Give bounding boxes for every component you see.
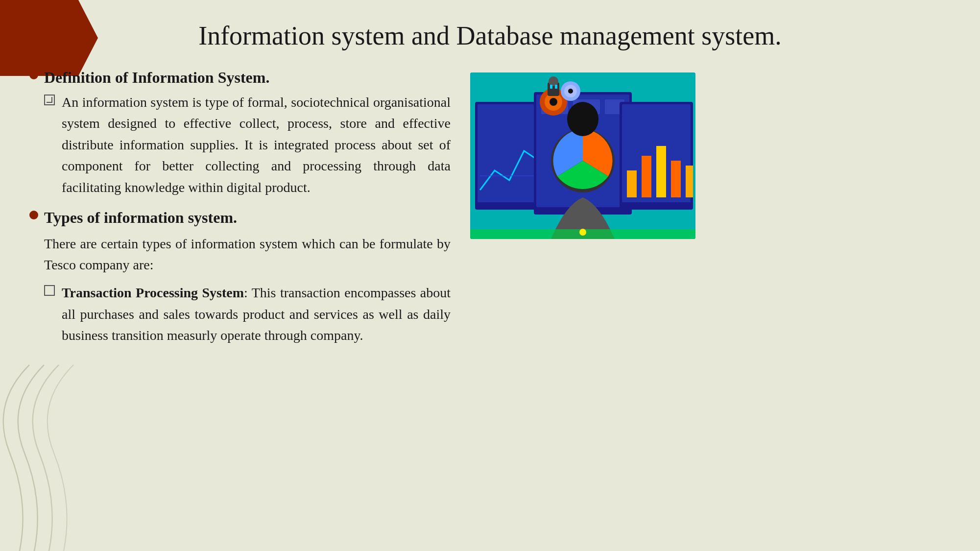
definition-heading-row: Definition of Information System. <box>29 68 451 88</box>
tps-sub-bullet: Transaction Processing System: This tran… <box>29 282 451 346</box>
svg-rect-26 <box>550 85 552 89</box>
svg-point-29 <box>579 229 586 236</box>
svg-rect-15 <box>671 161 681 197</box>
svg-point-23 <box>568 89 573 94</box>
bullet-dot-types <box>29 211 38 219</box>
tps-label: Transaction Processing System <box>62 285 244 300</box>
slide-title: Information system and Database manageme… <box>29 15 951 53</box>
bullet-dot-definition <box>29 71 38 79</box>
types-intro: There are certain types of information s… <box>29 233 451 276</box>
svg-rect-14 <box>656 146 666 197</box>
text-column: Definition of Information System. An inf… <box>29 68 451 356</box>
definition-section: Definition of Information System. An inf… <box>29 68 451 198</box>
definition-heading: Definition of Information System. <box>44 68 269 88</box>
svg-point-17 <box>567 102 598 136</box>
svg-rect-16 <box>686 166 693 197</box>
types-section: Types of information system. There are c… <box>29 208 451 346</box>
svg-rect-12 <box>627 170 637 197</box>
definition-sub-bullet: An information system is type of formal,… <box>29 92 451 198</box>
types-heading-row: Types of information system. <box>29 208 451 228</box>
sub-bullet-icon-tps <box>44 285 55 296</box>
svg-point-20 <box>550 98 557 106</box>
slide: Information system and Database manageme… <box>0 0 980 551</box>
tps-text: Transaction Processing System: This tran… <box>62 282 451 346</box>
definition-text: An information system is type of formal,… <box>62 92 451 198</box>
content-area: Definition of Information System. An inf… <box>29 68 951 356</box>
image-column <box>470 68 695 356</box>
types-heading: Types of information system. <box>44 208 237 228</box>
svg-rect-27 <box>555 85 557 89</box>
illustration-image <box>470 72 695 239</box>
sub-bullet-icon-definition <box>44 95 55 105</box>
deco-lines <box>0 355 98 551</box>
svg-rect-13 <box>642 156 651 197</box>
